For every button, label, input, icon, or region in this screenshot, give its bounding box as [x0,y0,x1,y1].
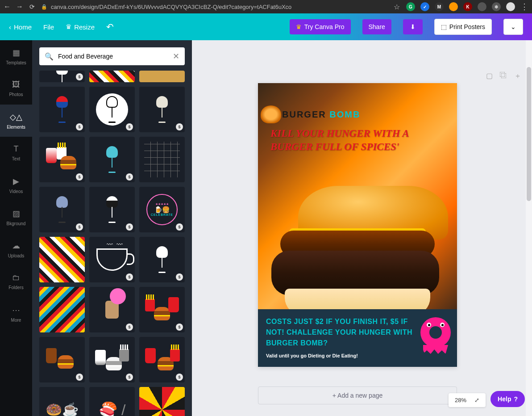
element-thumb[interactable]: ★★★★★🍺🍔CELEBRATE$ [139,187,185,232]
element-thumb[interactable] [39,287,85,332]
duplicate-page-icon[interactable]: ⿻ [500,71,507,81]
notes-icon[interactable]: ▢ [486,71,493,81]
element-thumb[interactable]: $ [89,337,135,382]
zoom-control[interactable]: 28% ⤢ [449,393,486,407]
poster-headline[interactable]: KILL YOUR HUNGER WITH A BURGER FULL OF S… [270,127,448,154]
clear-search-icon[interactable]: ✕ [173,51,179,61]
avatar[interactable] [506,2,515,11]
sidebar-item-label: Bkground [7,221,26,226]
bookmark-icon[interactable]: ☆ [394,3,400,11]
footer-sub-text: Valid until you go Dieting or Die Eating… [266,353,449,358]
search-input[interactable] [58,53,168,60]
print-button[interactable]: ⬚ Print Posters [434,19,492,35]
element-thumb[interactable]: $ [89,187,135,232]
ext-gray1-icon[interactable] [478,2,486,11]
element-thumb[interactable]: $ [139,237,185,282]
folders-icon: 🗀 [12,273,20,282]
sidebar-item-uploads[interactable]: ☁Uploads [0,233,32,265]
help-button[interactable]: Help ? [490,391,525,407]
chevron-down-icon: ⌄ [511,23,516,30]
donut-graphic[interactable] [420,317,451,348]
sidebar-item-videos[interactable]: ▶Videos [0,169,32,201]
share-button[interactable]: Share [362,19,391,34]
element-thumb[interactable] [139,71,185,82]
ext-orange-icon[interactable] [449,2,458,11]
element-thumb[interactable]: $ [39,137,85,182]
brand-text-1: BURGER [282,109,329,119]
sidebar-item-photos[interactable]: 🖼Photos [0,72,32,105]
ext-grammarly-icon[interactable]: G [406,2,415,11]
element-thumb[interactable]: $ [139,287,185,332]
uploads-icon: ☁ [12,241,20,251]
photos-icon: 🖼 [12,80,20,89]
canvas-area: ▢ ⿻ ＋ BURGER BOMB KILL YOUR HUNGER WITH … [192,40,532,416]
sidebar-item-templates[interactable]: ▦Templates [0,40,32,72]
sidebar-item-text[interactable]: TText [0,137,32,169]
element-thumb[interactable] [139,387,185,416]
element-thumb[interactable] [39,237,85,282]
scrollbar-thumb[interactable] [527,67,531,201]
element-thumb[interactable]: 🍣 / [89,387,135,416]
home-label: Home [14,23,32,31]
crown-icon: ♛ [66,23,71,31]
element-thumb[interactable]: $ [139,87,185,132]
add-page-icon[interactable]: ＋ [514,71,521,81]
download-button[interactable]: ⬇ [403,19,423,34]
element-thumb[interactable]: 〰〰$ [89,237,135,282]
add-page-button[interactable]: + Add a new page [258,387,457,404]
sidebar-item-folders[interactable]: 🗀Folders [0,265,32,298]
element-thumb[interactable] [89,71,135,82]
premium-badge: $ [76,123,83,130]
home-button[interactable]: ‹ Home [9,23,32,31]
forward-icon[interactable]: → [16,3,23,11]
poster-footer[interactable]: COSTS JUST $2 IF YOU FINISH IT, $5 IF NO… [258,309,457,367]
element-thumb[interactable]: $ [89,137,135,182]
premium-badge: $ [76,173,83,181]
poster-logo[interactable]: BURGER BOMB [261,105,360,123]
print-dropdown[interactable]: ⌄ [503,19,523,35]
element-thumb[interactable]: $ [39,87,85,132]
elements-panel: 🔍 ✕ $ $ $ $ $ $ $ $ ★★★★★🍺🍔CELEBRATE$ 〰〰… [32,40,192,416]
premium-badge: $ [176,324,183,331]
help-label: Help [498,395,511,403]
try-pro-label: Try Canva Pro [304,23,345,30]
element-thumb[interactable]: $ [39,187,85,232]
print-icon: ⬚ [441,23,447,30]
try-pro-button[interactable]: ♛ Try Canva Pro [290,19,351,34]
element-thumb[interactable]: $ [139,337,185,382]
back-icon[interactable]: ← [4,3,11,11]
ext-k-icon[interactable]: K [463,2,472,11]
print-label: Print Posters [449,23,485,30]
address-bar[interactable]: 🔒 canva.com/design/DADxEmf-kYs/6UWvvvdAC… [41,4,387,10]
element-thumb[interactable]: $ [89,287,135,332]
ext-gmail-icon[interactable]: M [435,2,444,11]
ext-check-icon[interactable]: ✓ [420,2,429,11]
element-thumb[interactable]: $ [39,337,85,382]
sidebar-item-label: Text [12,156,20,161]
element-thumb[interactable] [139,137,185,182]
premium-badge: $ [176,374,183,381]
browser-menu-icon[interactable]: ⋮ [520,2,528,12]
poster-canvas[interactable]: BURGER BOMB KILL YOUR HUNGER WITH A BURG… [258,83,457,367]
resize-label: Resize [74,23,95,31]
element-thumb[interactable]: $ [89,87,135,132]
element-thumb[interactable]: $ [39,71,85,82]
sidebar-item-background[interactable]: ▨Bkground [0,201,32,233]
element-thumb[interactable]: 🍩☕ [39,387,85,416]
undo-icon[interactable]: ↶ [106,21,114,32]
zoom-value: 28% [455,397,466,403]
premium-badge: $ [76,374,83,381]
vertical-scrollbar[interactable] [526,40,532,416]
premium-badge: $ [126,223,133,231]
sidebar-item-more[interactable]: ⋯More [0,298,32,330]
search-box[interactable]: 🔍 ✕ [39,47,185,65]
fullscreen-icon[interactable]: ⤢ [474,397,479,403]
premium-badge: $ [126,123,133,130]
sidebar-item-elements[interactable]: ◇△Elements [0,105,32,137]
url-text: canva.com/design/DADxEmf-kYs/6UWvvvdACQV… [51,4,291,10]
resize-menu[interactable]: ♛ Resize [66,23,95,31]
file-menu[interactable]: File [43,23,54,31]
elements-icon: ◇△ [10,112,22,122]
ext-star-icon[interactable]: ✱ [492,2,501,11]
reload-icon[interactable]: ⟳ [29,3,35,10]
